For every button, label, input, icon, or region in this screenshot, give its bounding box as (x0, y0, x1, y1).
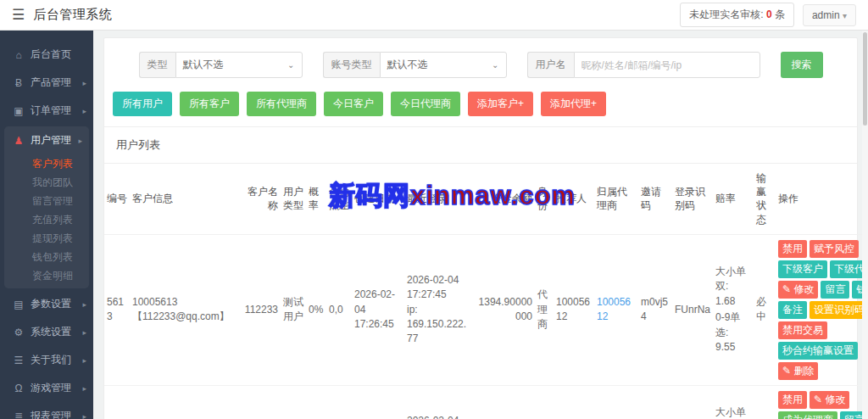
sidebar-subitem-留言管理[interactable]: 留言管理 (4, 192, 89, 210)
odds-cell: 大小单双: 1.780-9单选: 9.65 (715, 405, 751, 419)
sidebar-item-游戏管理[interactable]: Ω游戏管理▸ (0, 374, 93, 402)
cell-prob: 0% (306, 385, 326, 419)
cell-created: 2026-02-0416:11:02 (352, 385, 404, 419)
sidebar-group-用户管理: ♟用户管理▸客户列表我的团队留言管理充值列表提现列表钱包列表资金明细 (4, 126, 89, 288)
pending-audit-badge[interactable]: 未处理实名审核: 0 条 (680, 3, 794, 27)
pending-audit-unit: 条 (775, 8, 785, 20)
action-buttons: 禁用赋予风控下级客户下级代理✎ 修改留言钱包备注设置识别码禁用交易秒合约输赢设置… (778, 240, 868, 380)
sidebar-item-系统设置[interactable]: ⚙系统设置▸ (0, 318, 93, 346)
type-filter-label: 类型 (139, 52, 175, 78)
search-button[interactable]: 搜索 (781, 52, 823, 78)
cell-invite: 4wj36m (638, 385, 672, 419)
sidebar-item-参数设置[interactable]: ▤参数设置▸ (0, 290, 93, 318)
agent-link[interactable]: 10005612 (597, 296, 631, 322)
toolbar-button-添加代理+[interactable]: 添加代理+ (541, 92, 606, 116)
pending-audit-label: 未处理实名审核: (689, 8, 763, 20)
table-title: 用户列表 (104, 126, 857, 164)
cell-logincode (672, 385, 713, 419)
about-icon: ☰ (12, 355, 25, 366)
action-button-修改[interactable]: ✎ 修改 (810, 391, 849, 409)
column-header-status: 输赢状态 (754, 164, 776, 234)
type-filter-select[interactable]: 默认不选 ⌄ (175, 52, 303, 78)
admin-username: admin (812, 9, 840, 21)
sidebar-subitem-我的团队[interactable]: 我的团队 (4, 173, 89, 192)
action-button-删除[interactable]: ✎ 删除 (778, 362, 818, 380)
chevron-right-icon: ▸ (82, 384, 86, 393)
action-button-下级客户[interactable]: 下级客户 (778, 260, 827, 278)
cell-line: 17:26:45 (354, 317, 402, 332)
sidebar-subitem-提现列表[interactable]: 提现列表 (4, 229, 89, 248)
sidebar-subitem-资金明细[interactable]: 资金明细 (4, 266, 89, 285)
action-button-修改[interactable]: ✎ 修改 (778, 281, 818, 299)
cell-referrer: 10005612 (554, 234, 594, 385)
table-row: 561310005613【112233@qq.com】112233测试用户0%0… (104, 234, 868, 385)
hamburger-menu-icon[interactable]: ☰ (12, 6, 25, 24)
action-button-禁用[interactable]: 禁用 (778, 391, 807, 409)
cell-balance: 1394.90000000 (472, 234, 535, 385)
scrollbar-thumb[interactable] (863, 32, 867, 126)
column-header-actions: 操作 (776, 164, 868, 234)
cell-agent: 10005611 (594, 385, 638, 419)
cell-spread: 0,0 (326, 385, 352, 419)
cell-login: 2026-02-0416:26:42ip:169.150.222.76 (404, 385, 472, 419)
column-header-created: 创建日期 (352, 164, 404, 234)
action-button-备注[interactable]: 备注 (778, 301, 807, 319)
username-search-input[interactable] (574, 52, 760, 78)
toolbar-button-今日代理商[interactable]: 今日代理商 (391, 92, 460, 116)
column-header-spread: 合约点差 (326, 164, 352, 234)
action-button-成为代理商[interactable]: 成为代理商 (778, 411, 837, 419)
cell-prob: 0% (306, 234, 326, 385)
quick-filter-toolbar: 所有用户所有客户所有代理商今日客户今日代理商添加客户+添加代理+ (104, 88, 857, 126)
column-header-name: 客户名称 (240, 164, 281, 234)
sidebar-subitem-钱包列表[interactable]: 钱包列表 (4, 248, 89, 266)
toolbar-button-所有代理商[interactable]: 所有代理商 (247, 92, 316, 116)
sidebar-item-订单管理[interactable]: ▣订单管理▸ (0, 97, 93, 125)
bell-icon: Ω (12, 383, 25, 394)
action-button-赋予风控[interactable]: 赋予风控 (810, 240, 859, 258)
toolbar-button-所有用户[interactable]: 所有用户 (113, 92, 172, 116)
cell-line: 0-9单选: 9.55 (715, 310, 751, 355)
cell-line: 2026-02-04 (354, 288, 402, 317)
action-button-秒合约输赢设置[interactable]: 秒合约输赢设置 (778, 342, 858, 360)
cell-line: 大小单双: 1.78 (715, 405, 751, 419)
admin-dropdown[interactable]: admin ▾ (803, 4, 856, 26)
action-button-禁用交易[interactable]: 禁用交易 (778, 321, 827, 339)
toolbar-button-添加客户+[interactable]: 添加客户+ (468, 92, 533, 116)
app-title: 后台管理系统 (33, 7, 112, 23)
customer-id: 10005613 (132, 295, 237, 310)
column-header-agent: 归属代理商 (594, 164, 638, 234)
gear-icon: ⚙ (12, 327, 25, 338)
toolbar-button-今日客户[interactable]: 今日客户 (324, 92, 383, 116)
table-header-row: 编号客户信息客户名称用户类型概率合约点差创建日期最近登录资金余额身份推荐人归属代… (104, 164, 868, 234)
sidebar-item-关于我们[interactable]: ☰关于我们▸ (0, 346, 93, 374)
sidebar-item-label: 参数设置 (31, 297, 71, 311)
account-type-filter-group: 账号类型 默认不选 ⌄ (323, 52, 507, 78)
action-button-禁用[interactable]: 禁用 (778, 240, 807, 258)
cell-type: 测试用户 (281, 234, 306, 385)
account-type-filter-select[interactable]: 默认不选 ⌄ (380, 52, 507, 78)
sidebar-subitem-充值列表[interactable]: 充值列表 (4, 210, 89, 229)
sidebar-item-产品管理[interactable]: Ƀ产品管理▸ (0, 69, 93, 97)
column-header-odds: 赔率 (713, 164, 754, 234)
cell-odds: 大小单双: 1.680-9单选: 9.55 (713, 234, 754, 385)
sidebar-item-用户管理[interactable]: ♟用户管理▸ (4, 126, 89, 154)
column-header-prob: 概率 (306, 164, 326, 234)
cell-actions: 禁用✎ 修改成为代理商留言钱包备注设置识别码禁用交易秒合约输赢设置✎ 删除 (776, 385, 868, 419)
chevron-right-icon: ▸ (82, 79, 86, 87)
page-scrollbar[interactable] (862, 31, 868, 419)
cell-logincode: FUnrNa (672, 234, 713, 385)
sidebar-item-后台首页[interactable]: ⌂后台首页 (0, 41, 93, 69)
action-button-设置识别码[interactable]: 设置识别码 (810, 301, 868, 319)
type-filter-group: 类型 默认不选 ⌄ (139, 52, 303, 78)
sidebar: ⌂后台首页Ƀ产品管理▸▣订单管理▸♟用户管理▸客户列表我的团队留言管理充值列表提… (0, 31, 93, 419)
action-button-留言[interactable]: 留言 (821, 281, 849, 299)
cell-line: ip: (407, 303, 470, 317)
sidebar-subitem-客户列表[interactable]: 客户列表 (4, 154, 89, 173)
home-icon: ⌂ (12, 49, 25, 61)
sidebar-item-label: 产品管理 (31, 75, 71, 90)
cell-actions: 禁用赋予风控下级客户下级代理✎ 修改留言钱包备注设置识别码禁用交易秒合约输赢设置… (776, 234, 868, 385)
chevron-down-icon: ⌄ (287, 60, 294, 70)
cell-login: 2026-02-0417:27:45ip:169.150.222.77 (404, 234, 472, 385)
sidebar-item-报表管理[interactable]: ≣报表管理▸ (0, 402, 93, 419)
toolbar-button-所有客户[interactable]: 所有客户 (180, 92, 239, 116)
